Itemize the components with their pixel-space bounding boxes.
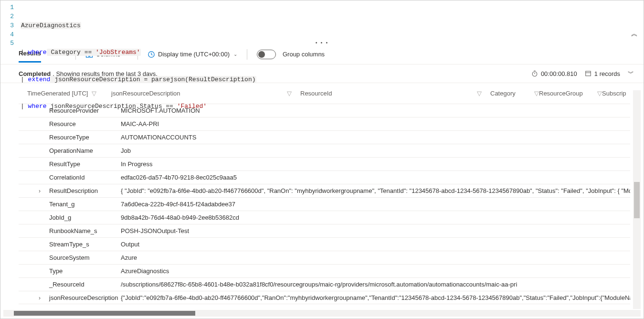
vertical-scrollbar[interactable] — [633, 90, 641, 309]
collapse-editor-icon[interactable]: ︽ — [631, 29, 638, 39]
scrollbar-thumb[interactable] — [634, 182, 640, 218]
expand-row-icon[interactable]: › — [37, 188, 41, 194]
line-gutter: 1 2 3 4 5 — [0, 3, 21, 41]
horizontal-scrollbar[interactable] — [3, 310, 641, 317]
query-editor[interactable]: 1 2 3 4 5 AzureDiagnostics | where Categ… — [0, 0, 644, 41]
expand-row-icon[interactable]: › — [37, 295, 41, 301]
scrollbar-thumb[interactable] — [14, 311, 195, 316]
code-area[interactable]: AzureDiagnostics | where Category == 'Jo… — [21, 3, 644, 41]
